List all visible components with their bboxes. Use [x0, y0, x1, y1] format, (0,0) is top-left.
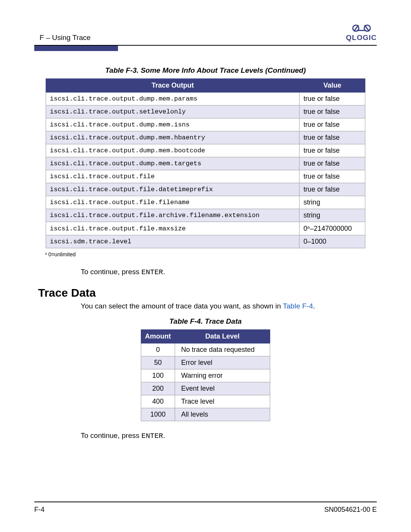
level-cell: Trace level [175, 395, 270, 408]
continue-text-2: To continue, press ENTER. [81, 430, 377, 442]
trace-output-cell: iscsi.cli.trace.output.file.datetimepref… [46, 183, 299, 196]
footer-rule [34, 502, 377, 502]
amount-cell: 50 [141, 356, 175, 369]
enter-key: ENTER [141, 268, 163, 276]
doc-number: SN0054621-00 E [324, 506, 377, 514]
trace-data-intro: You can select the amount of trace data … [81, 301, 377, 312]
trace-value-cell: 0ᵃ–2147000000 [299, 222, 365, 235]
table1-header-output: Trace Output [46, 79, 299, 93]
table-row: iscsi.cli.trace.output.dump.mem.bootcode… [46, 144, 365, 157]
trace-output-cell: iscsi.cli.trace.output.file.maxsize [46, 222, 299, 235]
trace-output-cell: iscsi.cli.trace.output.dump.mem.hbaentry [46, 131, 299, 144]
table2-caption: Table F-4. Trace Data [34, 317, 377, 326]
trace-value-cell: true or false [299, 93, 365, 105]
trace-value-cell: true or false [299, 157, 365, 170]
trace-output-cell: iscsi.cli.trace.output.dump.mem.isns [46, 118, 299, 131]
trace-value-cell: true or false [299, 170, 365, 183]
trace-output-cell: iscsi.cli.trace.output.file.archive.file… [46, 209, 299, 222]
trace-output-cell: iscsi.cli.trace.output.dump.mem.targets [46, 157, 299, 170]
table-row: iscsi.cli.trace.output.file.maxsize0ᵃ–21… [46, 222, 365, 235]
table-row: 400Trace level [141, 395, 270, 408]
trace-value-cell: true or false [299, 183, 365, 196]
trace-value-cell: true or false [299, 118, 365, 131]
trace-output-cell: iscsi.cli.trace.output.file [46, 170, 299, 183]
trace-value-cell: true or false [299, 144, 365, 157]
table-row: iscsi.cli.trace.output.filetrue or false [46, 170, 365, 183]
table1-footnote: ᵃ 0=unlimited [45, 251, 377, 257]
level-cell: No trace data requested [175, 343, 270, 356]
page-header: F – Using Trace QLOGIC [34, 23, 377, 42]
amount-cell: 1000 [141, 408, 175, 421]
trace-output-cell: iscsi.sdm.trace.level [46, 235, 299, 248]
accent-bar [34, 46, 118, 51]
amount-cell: 100 [141, 369, 175, 382]
continue-text-1: To continue, press ENTER. [81, 267, 377, 278]
trace-value-cell: string [299, 209, 365, 222]
page-footer: F-4 SN0054621-00 E [34, 506, 377, 514]
trace-data-heading: Trace Data [38, 286, 377, 299]
level-cell: Warning error [175, 369, 270, 382]
level-cell: All levels [175, 408, 270, 421]
table-row: iscsi.cli.trace.output.file.datetimepref… [46, 183, 365, 196]
trace-value-cell: true or false [299, 105, 365, 118]
amount-cell: 200 [141, 382, 175, 395]
table-row: iscsi.cli.trace.output.setlevelonlytrue … [46, 105, 365, 118]
level-cell: Error level [175, 356, 270, 369]
trace-output-cell: iscsi.cli.trace.output.setlevelonly [46, 105, 299, 118]
table-row: 0No trace data requested [141, 343, 270, 356]
trace-output-cell: iscsi.cli.trace.output.file.filename [46, 196, 299, 209]
enter-key: ENTER [141, 432, 163, 440]
table-row: iscsi.cli.trace.output.dump.mem.targetst… [46, 157, 365, 170]
table-row: iscsi.cli.trace.output.dump.mem.isnstrue… [46, 118, 365, 131]
table-row: iscsi.sdm.trace.level0–1000 [46, 235, 365, 248]
table-row: 200Event level [141, 382, 270, 395]
page-number: F-4 [34, 506, 45, 514]
qlogic-icon [352, 23, 371, 33]
table-row: iscsi.cli.trace.output.dump.mem.hbaentry… [46, 131, 365, 144]
table1-header-value: Value [299, 79, 365, 93]
logo: QLOGIC [346, 23, 377, 42]
table-row: iscsi.cli.trace.output.file.archive.file… [46, 209, 365, 222]
header-rule [34, 45, 377, 51]
amount-cell: 400 [141, 395, 175, 408]
trace-value-cell: true or false [299, 131, 365, 144]
table2-header-amount: Amount [141, 330, 175, 343]
table-row: iscsi.cli.trace.output.dump.mem.paramstr… [46, 93, 365, 105]
table1-caption: Table F-3. Some More Info About Trace Le… [34, 66, 377, 75]
table-row: iscsi.cli.trace.output.file.filenamestri… [46, 196, 365, 209]
trace-output-table: Trace Output Value iscsi.cli.trace.outpu… [46, 78, 365, 248]
trace-value-cell: 0–1000 [299, 235, 365, 248]
trace-data-table: Amount Data Level 0No trace data request… [141, 329, 270, 421]
level-cell: Event level [175, 382, 270, 395]
table-row: 100Warning error [141, 369, 270, 382]
logo-text: QLOGIC [346, 34, 377, 42]
trace-value-cell: string [299, 196, 365, 209]
section-label: F – Using Trace [34, 34, 91, 42]
table-f4-xref[interactable]: Table F-4 [283, 302, 313, 310]
table2-header-level: Data Level [175, 330, 270, 343]
amount-cell: 0 [141, 343, 175, 356]
table-row: 50Error level [141, 356, 270, 369]
trace-output-cell: iscsi.cli.trace.output.dump.mem.bootcode [46, 144, 299, 157]
table-row: 1000All levels [141, 408, 270, 421]
trace-output-cell: iscsi.cli.trace.output.dump.mem.params [46, 93, 299, 105]
